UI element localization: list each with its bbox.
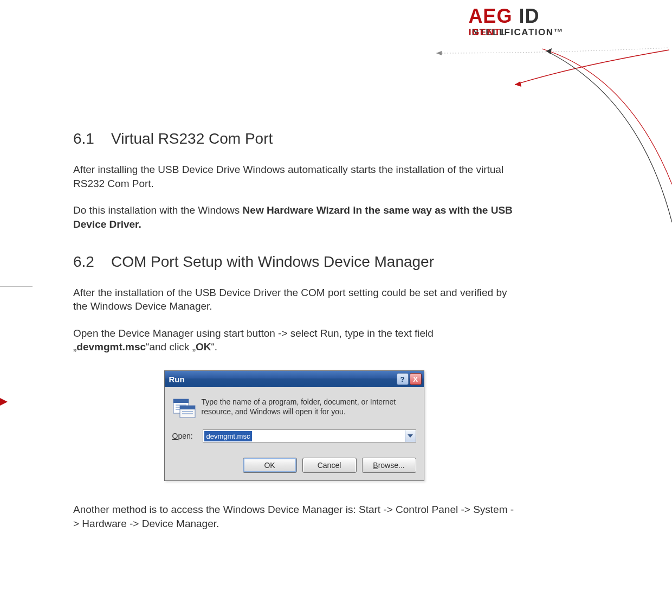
heading-6-2-title: COM Port Setup with Windows Device Manag… (111, 253, 434, 270)
para-6-2-c: Another method is to access the Windows … (73, 503, 515, 530)
brand-logo: AEGID INTELLIGENTIFICATION™ (468, 7, 564, 38)
svg-marker-2 (546, 48, 552, 54)
run-dialog-body-text: Type the name of a program, folder, docu… (202, 397, 416, 416)
cancel-button[interactable]: Cancel (302, 458, 357, 473)
help-icon: ? (400, 375, 405, 383)
svg-rect-9 (180, 406, 195, 409)
svg-marker-0 (436, 51, 442, 55)
tagline-part-b: IFICATION™ (501, 27, 564, 37)
svg-rect-4 (173, 399, 189, 403)
open-combobox-value: devmgmt.msc (204, 431, 253, 441)
run-dialog-title-text: Run (169, 375, 396, 384)
titlebar-close-button[interactable]: X (410, 373, 422, 385)
heading-6-1-title: Virtual RS232 Com Port (111, 130, 273, 147)
run-dialog: Run ? X Type (164, 370, 424, 481)
heading-6-2-num: 6.2 (73, 253, 111, 271)
open-combobox[interactable]: devmgmt.msc (203, 429, 416, 442)
para-6-1-b-pre: Do this installation with the Windows (73, 204, 243, 216)
ok-button[interactable]: OK (243, 458, 297, 473)
run-dialog-titlebar: Run ? X (165, 371, 424, 387)
svg-marker-12 (408, 434, 413, 438)
para-6-2-b-ok: OK (196, 341, 211, 352)
titlebar-help-button[interactable]: ? (397, 373, 409, 385)
para-6-2-b-c: “. (211, 341, 217, 352)
svg-rect-10 (182, 411, 193, 412)
logo-aeg-text: AEG (468, 5, 512, 27)
heading-6-1-num: 6.1 (73, 130, 111, 147)
logo-id-text: ID (519, 5, 539, 27)
svg-rect-11 (182, 413, 193, 414)
para-6-2-b-b: “and click „ (146, 341, 196, 352)
para-6-2-b: Open the Device Manager using start butt… (73, 326, 515, 354)
para-6-2-a: After the installation of the USB Device… (73, 286, 515, 313)
chevron-down-icon[interactable] (405, 430, 416, 442)
tagline-overlay: IGENT (469, 27, 501, 37)
run-app-icon (172, 397, 196, 419)
para-6-2-b-cmd: devmgmt.msc (76, 341, 146, 352)
browse-button[interactable]: Browse... (362, 458, 416, 473)
close-icon: X (413, 375, 418, 383)
para-6-1-a: After installing the USB Device Drive Wi… (73, 163, 515, 190)
brand-tagline: INTELLIGENTIFICATION™ (468, 27, 564, 38)
open-label: Open: (172, 432, 203, 440)
para-6-1-b: Do this installation with the Windows Ne… (73, 203, 515, 231)
heading-6-1: 6.1Virtual RS232 Com Port (73, 130, 515, 147)
side-red-marker-icon (0, 398, 8, 406)
side-divider-line (0, 286, 33, 287)
svg-marker-1 (515, 81, 521, 87)
heading-6-2: 6.2COM Port Setup with Windows Device Ma… (73, 253, 515, 271)
